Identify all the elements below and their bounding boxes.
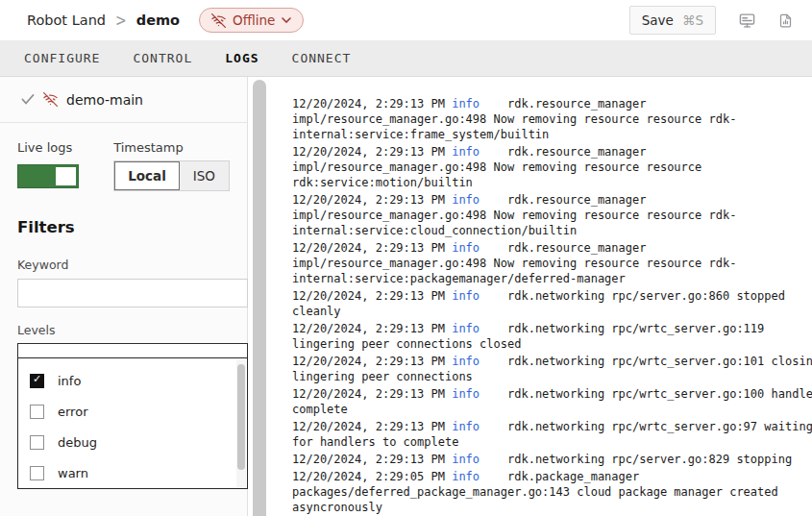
log-panel: 12/20/2024, 2:29:13 PM info rdk.resource… (271, 77, 812, 516)
log-entry: 12/20/2024, 2:29:13 PM info rdk.resource… (292, 96, 812, 142)
topbar-actions: Save ⌘S (629, 6, 812, 35)
log-entry: 12/20/2024, 2:29:05 PM info rdk.package_… (292, 469, 812, 515)
wifi-off-icon (43, 92, 58, 107)
log-timestamp: 12/20/2024, 2:29:13 PM (292, 145, 452, 159)
level-option-error[interactable]: error (18, 396, 247, 427)
tab-logs[interactable]: LOGS (225, 51, 258, 65)
chevron-down-icon (282, 17, 291, 23)
dropdown-scrollbar-thumb[interactable] (237, 364, 245, 470)
check-icon (21, 94, 35, 105)
machine-part-row[interactable]: demo-main (0, 77, 247, 123)
log-timestamp: 12/20/2024, 2:29:13 PM (292, 387, 452, 401)
log-entry: 12/20/2024, 2:29:13 PM info rdk.resource… (292, 144, 812, 190)
tab-bar: CONFIGURECONTROLLOGSCONNECT (0, 40, 812, 77)
log-level: info (452, 420, 480, 433)
level-option-label: warn (58, 466, 88, 480)
log-level: info (452, 387, 480, 401)
level-option-label: error (58, 405, 87, 419)
timestamp-option-local[interactable]: Local (114, 161, 180, 190)
log-entry: 12/20/2024, 2:29:13 PM info rdk.networki… (292, 419, 812, 450)
log-entry: 12/20/2024, 2:29:13 PM info rdk.resource… (292, 192, 812, 238)
levels-dropdown-list: infoerrordebugwarn (18, 358, 247, 488)
save-shortcut: ⌘S (682, 12, 703, 28)
timestamp-label: Timestamp (113, 140, 230, 155)
log-timestamp: 12/20/2024, 2:29:13 PM (292, 241, 452, 255)
checkbox-checked-icon[interactable] (30, 374, 44, 388)
toggle-knob (56, 167, 76, 185)
level-option-info[interactable]: info (18, 365, 247, 396)
levels-label: Levels (17, 323, 230, 337)
level-option-debug[interactable]: debug (18, 427, 247, 457)
tab-configure[interactable]: CONFIGURE (24, 51, 100, 65)
main-scrollbar-thumb[interactable] (253, 80, 266, 516)
machine-part-name: demo-main (66, 92, 143, 108)
tab-connect[interactable]: CONNECT (292, 51, 352, 65)
log-level: info (452, 241, 480, 255)
log-level: info (452, 453, 480, 466)
filters-title: Filters (17, 218, 230, 236)
log-level: info (452, 470, 480, 483)
checkbox-icon[interactable] (30, 405, 44, 419)
log-entry: 12/20/2024, 2:29:13 PM info rdk.networki… (292, 288, 812, 319)
log-entry: 12/20/2024, 2:29:13 PM info rdk.networki… (292, 452, 812, 467)
log-level: info (452, 355, 480, 368)
log-entry: 12/20/2024, 2:29:13 PM info rdk.resource… (292, 240, 812, 286)
sidebar: demo-main Live logs Timestamp LocalISO F… (0, 77, 248, 516)
monitor-icon[interactable] (739, 12, 755, 29)
tab-control[interactable]: CONTROL (133, 51, 192, 65)
log-entry: 12/20/2024, 2:29:13 PM info rdk.networki… (292, 321, 812, 352)
log-timestamp: 12/20/2024, 2:29:13 PM (292, 453, 452, 466)
checkbox-icon[interactable] (30, 466, 44, 480)
log-message: rdk.networking rpc/server.go:829 stoppin… (480, 453, 792, 466)
timestamp-option-iso[interactable]: ISO (180, 161, 229, 190)
topbar: Robot Land > demo Offline Save ⌘S (0, 0, 812, 40)
status-badge[interactable]: Offline (199, 8, 304, 33)
log-entry: 12/20/2024, 2:29:13 PM info rdk.networki… (292, 386, 812, 417)
log-level: info (452, 322, 480, 335)
breadcrumb: Robot Land > demo (27, 12, 180, 28)
timestamp-segmented: LocalISO (113, 160, 230, 191)
dropdown-scrollbar[interactable] (236, 359, 246, 487)
checkbox-icon[interactable] (30, 435, 44, 450)
live-logs-label: Live logs (17, 140, 113, 155)
wifi-off-icon (211, 13, 226, 28)
levels-dropdown: infoerrordebugwarn (17, 357, 248, 489)
log-level: info (452, 289, 480, 303)
status-badge-label: Offline (233, 12, 275, 28)
log-list: 12/20/2024, 2:29:13 PM info rdk.resource… (271, 77, 812, 515)
breadcrumb-machine: demo (136, 12, 180, 28)
log-level: info (452, 193, 480, 207)
level-option-label: debug (58, 435, 97, 450)
level-option-warn[interactable]: warn (18, 457, 247, 488)
log-timestamp: 12/20/2024, 2:29:13 PM (292, 420, 452, 433)
log-timestamp: 12/20/2024, 2:29:13 PM (292, 97, 452, 111)
log-timestamp: 12/20/2024, 2:29:05 PM (292, 470, 452, 483)
log-controls: Live logs Timestamp LocalISO (17, 140, 230, 191)
chevron-right-icon: > (115, 11, 127, 29)
log-level: info (452, 97, 480, 111)
report-file-icon[interactable] (778, 12, 793, 29)
log-timestamp: 12/20/2024, 2:29:13 PM (292, 322, 452, 335)
log-timestamp: 12/20/2024, 2:29:13 PM (292, 193, 452, 207)
level-option-label: info (58, 374, 81, 388)
log-timestamp: 12/20/2024, 2:29:13 PM (292, 289, 452, 303)
live-logs-toggle[interactable] (17, 164, 79, 188)
log-timestamp: 12/20/2024, 2:29:13 PM (292, 355, 452, 368)
main-scrollbar[interactable] (249, 77, 271, 516)
log-entry: 12/20/2024, 2:29:13 PM info rdk.networki… (292, 354, 812, 384)
keyword-label: Keyword (17, 258, 230, 272)
keyword-input[interactable] (17, 279, 248, 307)
app-root: Robot Land > demo Offline Save ⌘S (0, 0, 812, 516)
breadcrumb-org[interactable]: Robot Land (27, 12, 106, 28)
save-button-label: Save (642, 12, 674, 28)
log-level: info (452, 145, 480, 159)
save-button[interactable]: Save ⌘S (629, 6, 716, 35)
